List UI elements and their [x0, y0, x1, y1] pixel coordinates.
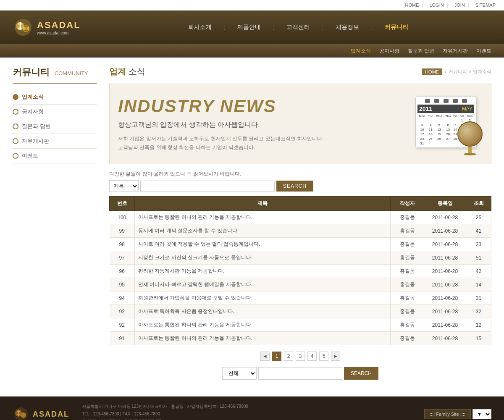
subnav-event[interactable]: 이벤트 — [476, 47, 491, 55]
cell-no: 94 — [110, 291, 135, 305]
pagination-page-5[interactable]: 5 — [319, 352, 328, 361]
footer-logo-icon — [13, 406, 29, 420]
cell-date: 2011-06-28 — [424, 265, 466, 278]
cell-title[interactable]: 아사프로는 통합된 하나의 관리 기능을 제공합니다. — [135, 318, 391, 332]
sidebar-item-board[interactable]: 자유게시판 — [13, 134, 97, 149]
cell-date: 2011-06-28 — [424, 211, 466, 224]
breadcrumb-home[interactable]: HOME — [422, 68, 442, 75]
page-header: 업계 소식 HOME > 커뮤니티 > 업계소식 — [109, 66, 491, 77]
bullet-icon — [13, 109, 18, 115]
cell-views: 32 — [466, 305, 491, 318]
search-bar: 다양한 글들이 많이 올라와 있으니 꼭 읽어보시기 바랍니다. 제목 내용 작… — [109, 171, 491, 192]
pagination-page-2[interactable]: 2 — [284, 352, 293, 361]
cell-author: 홍길동 — [391, 332, 424, 345]
cell-views: 15 — [466, 332, 491, 345]
sidebar-item-notice[interactable]: 공지사항 — [13, 105, 97, 119]
cell-author: 홍길동 — [391, 238, 424, 251]
subnav-notice[interactable]: 공지사항 — [379, 47, 399, 55]
table-row: 98 사이트 여러 곳에 적용할 수 있는 멀티 접속통계입니다. 홍길동 20… — [110, 238, 491, 251]
bottom-search-input[interactable] — [258, 367, 342, 380]
topbar-sitemap[interactable]: SITEMAP — [475, 3, 496, 8]
cell-title[interactable]: 아사프로는 통합된 하나의 관리 기능을 제공합니다. — [135, 332, 391, 345]
cell-no: 98 — [110, 238, 135, 251]
topbar-join[interactable]: JOIN — [454, 3, 465, 8]
cell-date: 2011-06-28 — [424, 224, 466, 238]
col-no: 번호 — [110, 197, 135, 211]
col-author: 작성자 — [391, 197, 424, 211]
col-views: 조회 — [466, 197, 491, 211]
cell-title[interactable]: 아사프로는 통합된 하나의 관리 기능을 제공합니다. — [135, 211, 391, 224]
family-site-button[interactable]: :::: Family Site :::: — [424, 409, 471, 419]
cell-views: 41 — [466, 224, 491, 238]
cell-views: 42 — [466, 265, 491, 278]
banner: INDUSTRY NEWS 항상고객님의 입장에서 생각하는 아사웹입니다. 저… — [109, 84, 491, 164]
sidebar: 커뮤니티 COMMUNITY 업계소식 공지사항 질문과 답변 자유게시판 — [13, 66, 97, 388]
cell-author: 홍길동 — [391, 291, 424, 305]
banner-desc: 저희 기업은 앞서가는 기술력과 노하우로 현재업계 선두를 달리고 있는대표적… — [118, 134, 415, 152]
cell-author: 홍길동 — [391, 305, 424, 318]
search-input[interactable] — [140, 181, 275, 192]
header: ASADAL www.asadal.com 회사소개 : 제품안내 : 고객센터… — [0, 10, 504, 44]
table-row: 99 동시에 여러 개의 설문조사를 할 수 있습니다. 홍길동 2011-06… — [110, 224, 491, 238]
cell-author: 홍길동 — [391, 224, 424, 238]
table-row: 94 회원관리에서 가입폼을 마음대로 꾸밀 수 있습니다. 홍길동 2011-… — [110, 291, 491, 305]
nav-item-recruit[interactable]: 채용정보 — [324, 23, 371, 32]
table-row: 100 아사프로는 통합된 하나의 관리 기능을 제공합니다. 홍길동 2011… — [110, 211, 491, 224]
cell-date: 2011-06-28 — [424, 278, 466, 291]
nav-item-product[interactable]: 제품안내 — [226, 23, 273, 32]
cell-title[interactable]: 아사프로 특허획득 사은품 증정안내입니다. — [135, 305, 391, 318]
cell-title[interactable]: 동시에 여러 개의 설문조사를 할 수 있습니다. — [135, 224, 391, 238]
pagination-prev[interactable]: ◄ — [260, 352, 270, 361]
subnav-industry[interactable]: 업계소식 — [351, 47, 371, 55]
bullet-icon — [13, 123, 18, 129]
pagination-page-1[interactable]: 1 — [272, 352, 281, 361]
main-nav: 회사소개 : 제품안내 : 고객센터 : 채용정보 : 커뮤니티 — [105, 23, 491, 32]
nav-item-community[interactable]: 커뮤니티 — [373, 23, 420, 32]
cell-no: 97 — [110, 251, 135, 265]
bottom-category-select[interactable]: 전체 제목 내용 — [223, 368, 256, 379]
cell-views: 12 — [466, 318, 491, 332]
pagination-page-3[interactable]: 3 — [296, 352, 305, 361]
cell-author: 홍길동 — [391, 265, 424, 278]
family-site-select[interactable]: ▼ — [472, 409, 491, 419]
subnav-board[interactable]: 자유게시판 — [443, 47, 468, 55]
pagination-page-4[interactable]: 4 — [307, 352, 317, 361]
footer-info: 서울특별시 가나구 다라동 123번지 | 대표이사 : 홍길동 | 사업자등록… — [82, 403, 412, 420]
cell-title[interactable]: 편리한 자동게시판 기능을 제공합니다. — [135, 265, 391, 278]
search-button[interactable]: SEARCH — [276, 181, 313, 192]
bottom-search-button[interactable]: SEARCH — [344, 367, 378, 380]
pagination-next[interactable]: ► — [331, 352, 340, 361]
svg-point-5 — [21, 412, 26, 418]
table-row: 97 지정한 크기로 사진의 실크기를 자동으로 줄입니다. 홍길동 2011-… — [110, 251, 491, 265]
search-category-select[interactable]: 제목 내용 작성자 — [110, 181, 138, 192]
logo-icon — [13, 17, 34, 38]
topbar-login[interactable]: LOGIN — [429, 3, 444, 8]
topbar-home[interactable]: HOME — [405, 3, 419, 8]
cell-no: 96 — [110, 265, 135, 278]
table-row: 92 아사프로 특허획득 사은품 증정안내입니다. 홍길동 2011-06-28… — [110, 305, 491, 318]
table-row: 96 편리한 자동게시판 기능을 제공합니다. 홍길동 2011-06-28 4… — [110, 265, 491, 278]
subnav-qna[interactable]: 질문과 답변 — [408, 47, 434, 55]
cell-title[interactable]: 회원관리에서 가입폼을 마음대로 꾸밀 수 있습니다. — [135, 291, 391, 305]
calendar-rings — [417, 99, 474, 103]
sidebar-item-qna[interactable]: 질문과 답변 — [13, 119, 97, 134]
content-wrapper: 커뮤니티 COMMUNITY 업계소식 공지사항 질문과 답변 자유게시판 — [0, 58, 504, 396]
cell-no: 91 — [110, 332, 135, 345]
cell-no: 99 — [110, 224, 135, 238]
calendar-widget: 2011 MAY MonTueWedThuFriSatSun 12 345678… — [415, 92, 483, 155]
cell-no: 100 — [110, 211, 135, 224]
table-row: 95 언제 어디서나 빠르고 강력한 랩메일을 제공합니다. 홍길동 2011-… — [110, 278, 491, 291]
sidebar-item-event[interactable]: 이벤트 — [13, 149, 97, 163]
cell-views: 14 — [466, 278, 491, 291]
cell-title[interactable]: 지정한 크기로 사진의 실크기를 자동으로 줄입니다. — [135, 251, 391, 265]
cell-views: 31 — [466, 291, 491, 305]
cell-title[interactable]: 언제 어디서나 빠르고 강력한 랩메일을 제공합니다. — [135, 278, 391, 291]
cell-date: 2011-06-28 — [424, 251, 466, 265]
nav-item-customer[interactable]: 고객센터 — [275, 23, 322, 32]
cell-no: 92 — [110, 318, 135, 332]
sidebar-item-industry[interactable]: 업계소식 — [13, 90, 97, 105]
bottom-search: 전체 제목 내용 SEARCH — [109, 367, 491, 380]
logo-area: ASADAL www.asadal.com — [13, 17, 105, 38]
cell-title[interactable]: 사이트 여러 곳에 적용할 수 있는 멀티 접속통계입니다. — [135, 238, 391, 251]
nav-item-company[interactable]: 회사소개 — [176, 23, 223, 32]
